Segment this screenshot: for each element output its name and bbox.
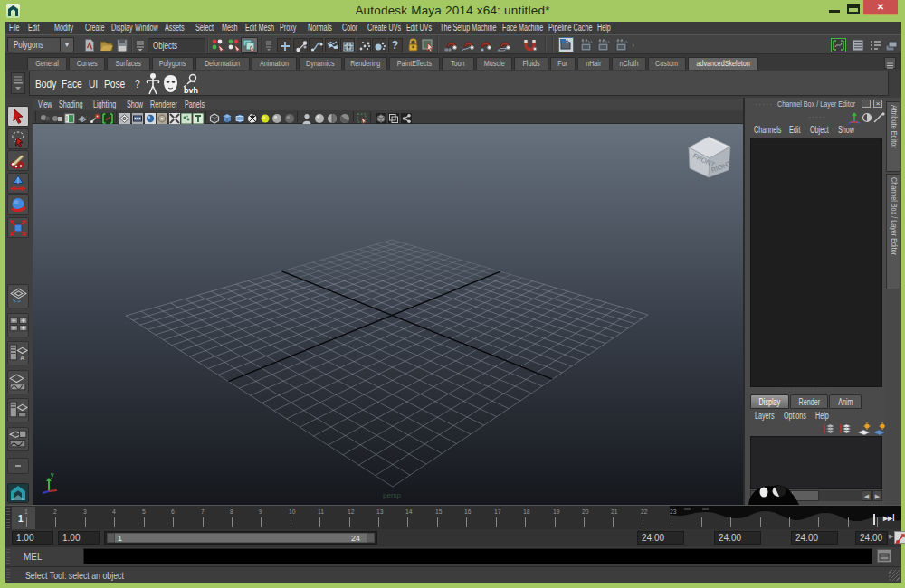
svg-text:A: A bbox=[21, 355, 25, 361]
svg-text:persp: persp bbox=[383, 491, 402, 499]
svg-text:y: y bbox=[51, 471, 54, 479]
svg-text:bvh: bvh bbox=[184, 86, 198, 95]
